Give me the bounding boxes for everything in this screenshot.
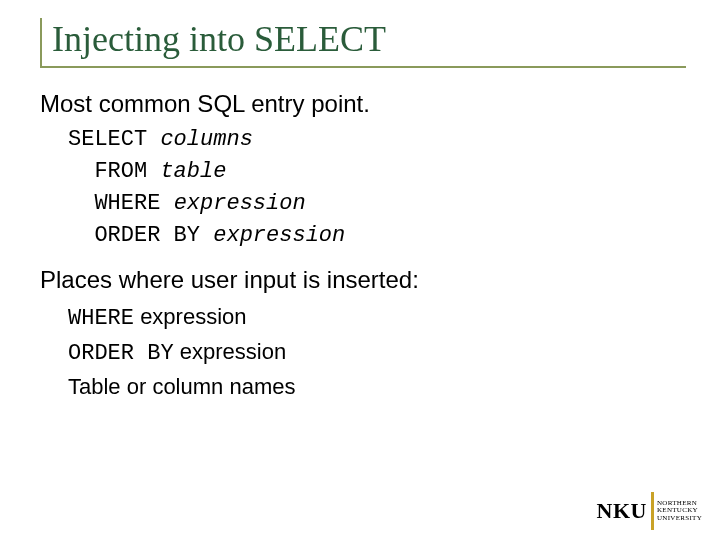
logo-mark: NKU [593, 496, 651, 526]
sql-code-block: SELECT columns FROM table WHERE expressi… [68, 124, 710, 252]
code-placeholder: expression [174, 191, 306, 216]
inline-code: WHERE [68, 306, 134, 331]
insertion-points-block: WHERE expression ORDER BY expression Tab… [68, 300, 710, 403]
list-item: ORDER BY expression [68, 335, 710, 370]
code-line: ORDER BY expression [68, 220, 710, 252]
logo-line: UNIVERSITY [657, 515, 702, 522]
list-item: WHERE expression [68, 300, 710, 335]
title-rule: Injecting into SELECT [40, 18, 686, 68]
code-placeholder: table [160, 159, 226, 184]
list-item: Table or column names [68, 370, 710, 403]
nku-logo: NKU NORTHERN KENTUCKY UNIVERSITY [593, 496, 702, 526]
code-placeholder: expression [213, 223, 345, 248]
section-heading-1: Most common SQL entry point. [40, 90, 710, 118]
inline-text: expression [174, 339, 287, 364]
code-placeholder: columns [160, 127, 252, 152]
section-heading-2: Places where user input is inserted: [40, 266, 710, 294]
code-line: WHERE expression [68, 188, 710, 220]
inline-text: Table or column names [68, 374, 295, 399]
code-keyword: FROM [68, 159, 160, 184]
code-keyword: WHERE [68, 191, 174, 216]
inline-text: expression [134, 304, 247, 329]
inline-code: ORDER BY [68, 341, 174, 366]
code-line: SELECT columns [68, 124, 710, 156]
slide-title: Injecting into SELECT [52, 18, 686, 60]
code-keyword: ORDER BY [68, 223, 213, 248]
code-keyword: SELECT [68, 127, 160, 152]
code-line: FROM table [68, 156, 710, 188]
logo-text: NORTHERN KENTUCKY UNIVERSITY [657, 500, 702, 522]
